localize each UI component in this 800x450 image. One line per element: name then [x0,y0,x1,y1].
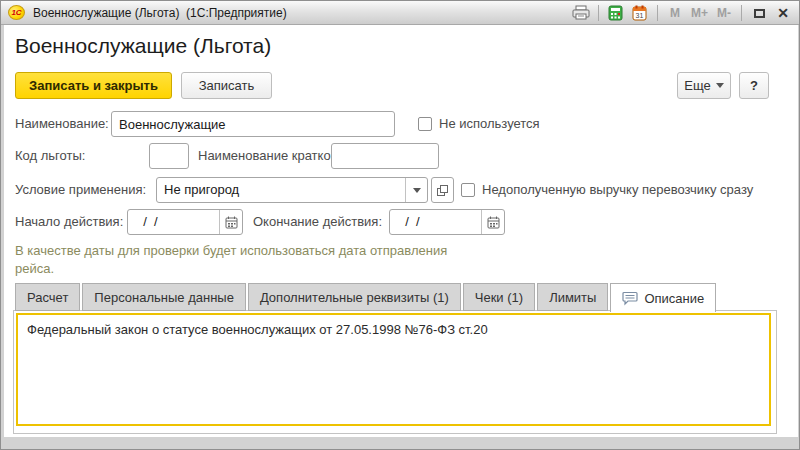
print-icon[interactable] [571,3,591,23]
revenue-checkbox[interactable] [461,183,475,197]
start-date-label: Начало действия: [15,209,123,235]
date-check-hint: В качестве даты для проверки будет испол… [15,242,465,278]
benefit-code-label: Код льготы: [15,143,85,169]
save-button[interactable]: Записать [181,72,272,99]
close-button[interactable]: ✕ [773,3,793,23]
start-date-picker-button[interactable] [219,210,242,234]
svg-text:31: 31 [636,12,644,19]
titlebar-separator [657,5,658,21]
not-used-checkbox[interactable] [418,117,432,131]
condition-value: Не пригород [157,178,405,202]
1c-logo-icon: 1С [8,5,25,20]
comment-icon [622,291,638,306]
app-window: 1С Военнослужащие (Льгота) (1С:Предприят… [0,0,800,450]
titlebar-separator [598,5,599,21]
open-in-window-icon [436,184,449,197]
tab-limity[interactable]: Лимиты [537,283,608,311]
benefit-code-input[interactable] [149,143,189,169]
tab-dopolnitelnye-rekvizity[interactable]: Дополнительные реквизиты (1) [248,283,461,311]
more-button-label: Еще [684,78,710,93]
more-button[interactable]: Еще [677,72,731,99]
description-textarea[interactable]: Федеральный закон о статусе военнослужащ… [16,313,771,426]
memory-add-button[interactable]: M+ [689,3,710,23]
revenue-label[interactable]: Недополученную выручку перевозчику сразу [482,182,753,198]
chevron-down-icon [413,188,421,193]
condition-open-button[interactable] [431,177,454,203]
condition-label: Условие применения: [15,177,146,203]
short-name-label: Наименование кратко: [198,143,334,169]
name-label: Наименование: [15,111,109,137]
memory-subtract-button[interactable]: M- [714,3,734,23]
calendar-icon[interactable]: 31 [630,3,650,23]
page-title: Военнослужащие (Льгота) [15,34,271,58]
calculator-icon[interactable] [606,3,626,23]
condition-dropdown-button[interactable] [405,178,427,202]
window-title: Военнослужащие (Льгота) (1С:Предприятие) [33,6,287,20]
not-used-label[interactable]: Не используется [439,116,540,132]
start-date-value: / / [128,210,219,234]
condition-combobox[interactable]: Не пригород [156,177,428,203]
calendar-icon [225,216,238,229]
tab-bar: Расчет Персональные данные Дополнительны… [15,283,718,311]
help-button[interactable]: ? [739,72,769,99]
save-and-close-button[interactable]: Записать и закрыть [15,72,172,99]
end-date-picker-button[interactable] [481,210,504,234]
tab-cheki[interactable]: Чеки (1) [463,283,535,311]
maximize-icon [754,9,765,18]
titlebar: 1С Военнослужащие (Льгота) (1С:Предприят… [1,1,799,25]
chevron-down-icon [716,83,724,88]
end-date-field[interactable]: / / [389,209,505,235]
maximize-button[interactable] [749,3,769,23]
short-name-input[interactable] [331,143,439,169]
tab-personalnye-dannye[interactable]: Персональные данные [82,283,246,311]
memory-recall-button[interactable]: M [665,3,685,23]
end-date-value: / / [390,210,481,234]
start-date-field[interactable]: / / [127,209,243,235]
name-input[interactable] [111,111,395,137]
calendar-icon [487,216,500,229]
end-date-label: Окончание действия: [253,209,382,235]
titlebar-separator [741,5,742,21]
tab-opisanie-label: Описание [644,291,704,306]
tab-opisanie[interactable]: Описание [610,283,716,312]
tab-raschet[interactable]: Расчет [15,283,80,311]
